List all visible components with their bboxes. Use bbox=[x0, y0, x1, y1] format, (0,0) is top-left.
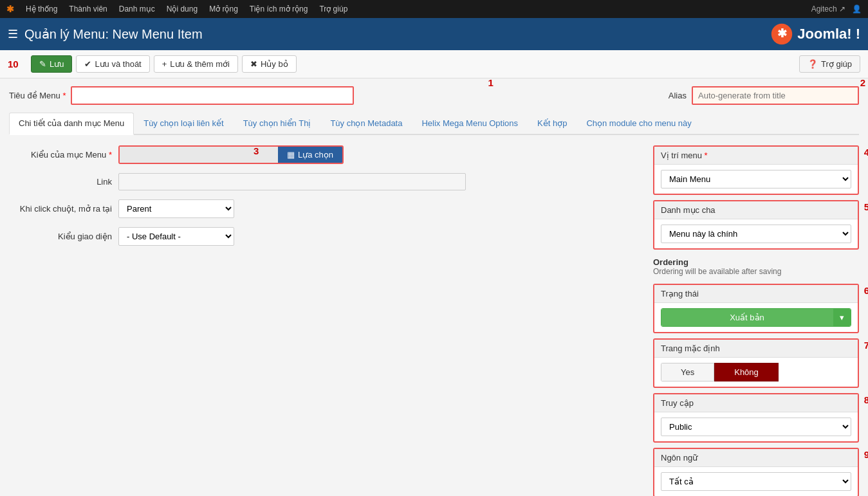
nav-tro-giup[interactable]: Trợ giúp bbox=[319, 5, 347, 14]
cancel-button[interactable]: ✖ Hủy bỏ bbox=[242, 55, 297, 73]
template-select[interactable]: - Use Default - bbox=[118, 227, 234, 246]
link-row: Link bbox=[9, 173, 640, 190]
tab-hien-thi[interactable]: Tùy chọn hiển Thị bbox=[234, 113, 321, 134]
toolbar: 10 ✎ Lưu ✔ Lưu và thoát + Lưu & thêm mới… bbox=[0, 50, 868, 78]
check-icon: ✔ bbox=[84, 59, 91, 69]
grid-icon: ▦ bbox=[287, 150, 295, 160]
open-select[interactable]: Parent bbox=[118, 199, 234, 218]
title-alias-row: Tiêu đề Menu * 1 Alias 2 bbox=[9, 86, 859, 105]
content-area: Tiêu đề Menu * 1 Alias 2 Chi tiết của da… bbox=[0, 78, 868, 496]
num3-badge: 3 bbox=[254, 145, 259, 156]
save-close-label: Lưu và thoát bbox=[95, 59, 141, 69]
num6-badge: 6 bbox=[864, 285, 868, 296]
ordering-label: Ordering bbox=[653, 257, 859, 267]
tab-module[interactable]: Chọn module cho menu này bbox=[577, 113, 701, 134]
trang-mac-dinh-header: Trang mặc định bbox=[654, 340, 858, 358]
trang-thai-box: Trạng thái Xuất bản ▾ bbox=[653, 284, 859, 333]
num9-badge: 9 bbox=[864, 449, 868, 460]
link-label: Link bbox=[9, 177, 112, 187]
num8-badge: 8 bbox=[864, 394, 868, 405]
status-toggle: Xuất bản ▾ bbox=[661, 308, 851, 327]
tab-loai-lien-ket[interactable]: Tùy chọn loại liên kết bbox=[134, 113, 233, 134]
tab-ket-hop[interactable]: Kết hợp bbox=[528, 113, 577, 134]
truy-cap-select[interactable]: Public bbox=[661, 418, 851, 436]
cancel-icon: ✖ bbox=[250, 59, 257, 69]
joomla-logo: ✱ Joomla!! bbox=[770, 23, 860, 46]
danh-muc-select[interactable]: Menu này là chính bbox=[661, 225, 851, 243]
menu-type-group: ▦ Lựa chọn bbox=[118, 145, 344, 164]
truy-cap-body: Public bbox=[654, 412, 858, 441]
open-control: Parent bbox=[118, 199, 640, 218]
joomla-brand-icon: ✱ bbox=[6, 4, 14, 14]
title-label: Tiêu đề Menu * bbox=[9, 91, 66, 100]
status-on-btn[interactable]: Xuất bản bbox=[661, 309, 833, 326]
menu-type-select-btn[interactable]: ▦ Lựa chọn bbox=[278, 147, 342, 163]
alias-input[interactable] bbox=[692, 86, 859, 105]
page-title: Quản lý Menu: New Menu Item bbox=[24, 26, 770, 42]
save-new-label: Lưu & thêm mới bbox=[170, 59, 230, 69]
trang-mac-dinh-wrapper: 7 Trang mặc định Yes Không bbox=[653, 338, 859, 388]
ngon-ngu-select[interactable]: Tất cả bbox=[661, 472, 851, 491]
nav-he-thong[interactable]: Hệ thống bbox=[26, 5, 57, 14]
cancel-label: Hủy bỏ bbox=[261, 59, 288, 69]
save-close-button[interactable]: ✔ Lưu và thoát bbox=[76, 55, 149, 73]
template-label: Kiểu giao diện bbox=[9, 232, 112, 241]
vi-tri-header: Vị trí menu * bbox=[654, 147, 858, 165]
tab-helix[interactable]: Helix Mega Menu Options bbox=[412, 113, 528, 134]
plus-icon: + bbox=[162, 59, 167, 69]
template-control: - Use Default - bbox=[118, 227, 640, 246]
ordering-note: Ordering will be available after saving bbox=[653, 267, 859, 276]
yes-button[interactable]: Yes bbox=[661, 363, 714, 381]
save-new-button[interactable]: + Lưu & thêm mới bbox=[154, 55, 238, 73]
menu-type-control: ▦ Lựa chọn 3 bbox=[118, 145, 640, 164]
save-button[interactable]: ✎ Lưu bbox=[31, 55, 72, 73]
trang-thai-body: Xuất bản ▾ bbox=[654, 303, 858, 332]
help-icon: ❓ bbox=[808, 59, 818, 69]
num5-badge: 5 bbox=[864, 201, 868, 212]
ngon-ngu-header: Ngôn ngữ bbox=[654, 449, 858, 467]
title-group: Tiêu đề Menu * 1 bbox=[9, 86, 661, 105]
main-layout: Kiểu của mục Menu * ▦ Lựa chọn 3 Link bbox=[9, 145, 859, 496]
nav-tien-ich[interactable]: Tiện ích mở rộng bbox=[250, 5, 308, 14]
tab-metadata[interactable]: Tùy chọn Metadata bbox=[320, 113, 412, 134]
agitech-link[interactable]: Agitech ↗ bbox=[811, 5, 845, 14]
nav-thanh-vien[interactable]: Thành viên bbox=[69, 5, 107, 14]
right-panel: 4 Vị trí menu * Main Menu 5 Danh mục bbox=[653, 145, 859, 496]
num7-badge: 7 bbox=[864, 340, 868, 351]
link-input[interactable] bbox=[118, 173, 466, 190]
num10-badge: 10 bbox=[8, 59, 19, 69]
nav-mo-rong[interactable]: Mở rộng bbox=[209, 5, 238, 14]
danh-muc-header: Danh mục cha bbox=[654, 201, 858, 219]
joomla-text: Joomla! bbox=[797, 26, 851, 42]
danh-muc-wrapper: 5 Danh mục cha Menu này là chính bbox=[653, 200, 859, 250]
help-button[interactable]: ❓ Trợ giúp bbox=[799, 55, 860, 73]
ngon-ngu-body: Tất cả bbox=[654, 467, 858, 496]
vi-tri-body: Main Menu bbox=[654, 165, 858, 194]
yesno-toggle: Yes Không bbox=[661, 363, 851, 381]
num1-badge: 1 bbox=[488, 77, 493, 88]
menu-type-label: Kiểu của mục Menu * bbox=[9, 150, 112, 160]
user-icon[interactable]: 👤 bbox=[852, 5, 862, 14]
save-icon: ✎ bbox=[39, 59, 46, 69]
no-button[interactable]: Không bbox=[714, 363, 779, 381]
link-control bbox=[118, 173, 640, 190]
vi-tri-select[interactable]: Main Menu bbox=[661, 170, 851, 188]
nav-noi-dung[interactable]: Nội dung bbox=[167, 5, 198, 14]
ngon-ngu-box: Ngôn ngữ Tất cả bbox=[653, 448, 859, 496]
vi-tri-wrapper: 4 Vị trí menu * Main Menu bbox=[653, 145, 859, 195]
svg-text:✱: ✱ bbox=[777, 27, 787, 40]
tab-chi-tiet[interactable]: Chi tiết của danh mục Menu bbox=[9, 113, 134, 135]
title-input[interactable] bbox=[71, 86, 354, 105]
status-arrow-btn[interactable]: ▾ bbox=[833, 309, 851, 326]
nav-menu: Hệ thống Thành viên Danh mục Nội dung Mở… bbox=[26, 5, 811, 14]
nav-danh-muc[interactable]: Danh mục bbox=[119, 5, 155, 14]
trang-thai-wrapper: 6 Trạng thái Xuất bản ▾ bbox=[653, 284, 859, 333]
alias-label: Alias bbox=[669, 91, 687, 100]
left-panel: Kiểu của mục Menu * ▦ Lựa chọn 3 Link bbox=[9, 145, 653, 496]
trang-mac-dinh-body: Yes Không bbox=[654, 358, 858, 387]
select-label: Lựa chọn bbox=[298, 150, 333, 160]
truy-cap-wrapper: 8 Truy cập Public bbox=[653, 393, 859, 443]
alias-group: Alias 2 bbox=[669, 86, 859, 105]
truy-cap-box: Truy cập Public bbox=[653, 393, 859, 443]
hamburger-icon[interactable]: ☰ bbox=[8, 27, 18, 41]
